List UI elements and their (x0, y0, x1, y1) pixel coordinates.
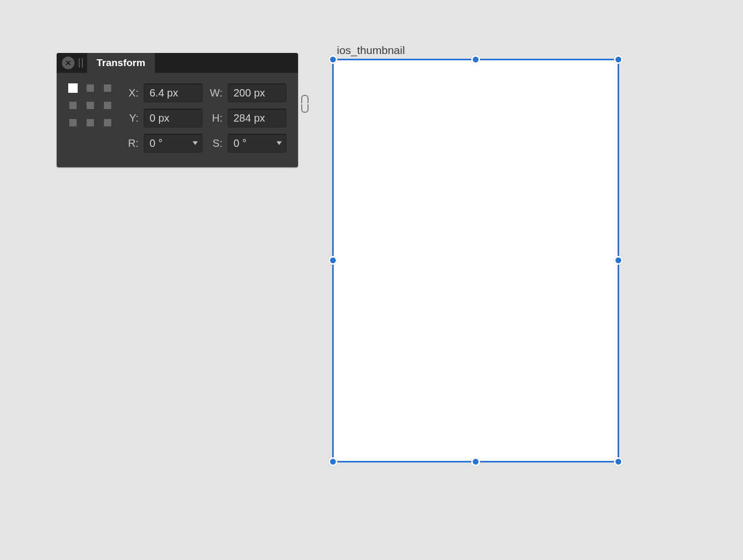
panel-body: X: 6.4 px W: 200 px Y: 0 px H: 284 px R:… (57, 73, 298, 154)
shear-input[interactable]: 0 ° (228, 134, 286, 153)
tab-label: Transform (97, 57, 145, 69)
artboard[interactable] (332, 59, 619, 462)
handle-bottom-center[interactable] (471, 457, 480, 466)
close-panel-button[interactable] (62, 57, 75, 69)
w-label: W: (208, 87, 222, 99)
transform-panel: Transform X: 6.4 px W: 200 px Y: 0 px H:… (57, 53, 298, 167)
handle-middle-left[interactable] (328, 256, 337, 265)
y-label: Y: (124, 112, 139, 124)
refpoint-top-left[interactable] (68, 83, 78, 93)
tab-transform[interactable]: Transform (87, 53, 155, 73)
s-label: S: (208, 137, 222, 149)
x-input[interactable]: 6.4 px (144, 83, 203, 102)
refpoint-bottom-center[interactable] (87, 119, 94, 126)
y-input[interactable]: 0 px (144, 109, 203, 127)
rotation-input[interactable]: 0 ° (144, 134, 203, 153)
artboard-name-label[interactable]: ios_thumbnail (337, 44, 405, 57)
panel-drag-handle[interactable] (79, 58, 83, 68)
refpoint-center[interactable] (87, 102, 94, 109)
link-icon[interactable] (299, 95, 309, 113)
h-label: H: (208, 112, 222, 124)
handle-bottom-right[interactable] (614, 457, 623, 466)
handle-top-left[interactable] (328, 55, 337, 64)
handle-top-right[interactable] (614, 55, 623, 64)
link-dimensions-wrapper (299, 82, 309, 125)
handle-bottom-left[interactable] (328, 457, 337, 466)
refpoint-middle-left[interactable] (69, 102, 77, 109)
refpoint-top-right[interactable] (104, 84, 111, 92)
refpoint-middle-right[interactable] (104, 102, 111, 109)
h-input[interactable]: 284 px (228, 109, 286, 127)
transform-grid: X: 6.4 px W: 200 px Y: 0 px H: 284 px R:… (124, 82, 286, 154)
handle-top-center[interactable] (471, 55, 480, 64)
reference-point-picker[interactable] (69, 84, 111, 126)
refpoint-bottom-left[interactable] (69, 119, 77, 126)
r-label: R: (124, 137, 139, 149)
refpoint-bottom-right[interactable] (104, 119, 111, 126)
w-input[interactable]: 200 px (228, 83, 286, 102)
refpoint-top-center[interactable] (87, 84, 94, 92)
chevron-down-icon (277, 142, 282, 145)
panel-tabbar: Transform (57, 53, 298, 73)
chevron-down-icon (193, 142, 198, 145)
x-label: X: (124, 87, 139, 99)
handle-middle-right[interactable] (614, 256, 623, 265)
